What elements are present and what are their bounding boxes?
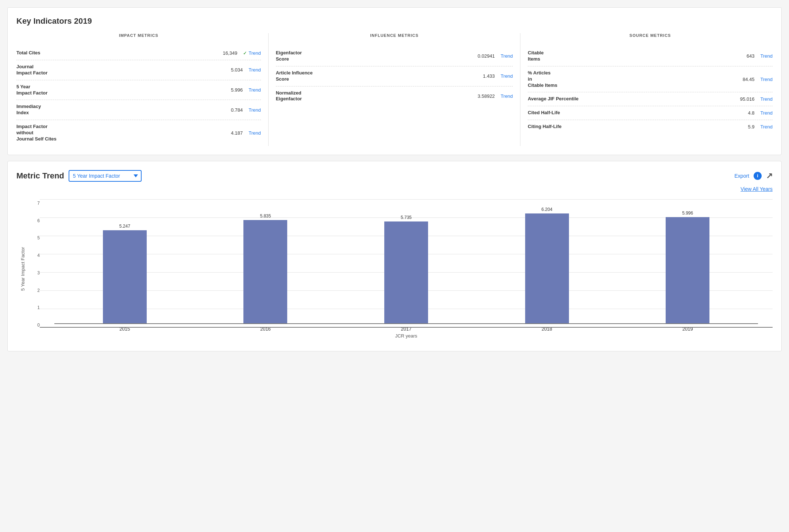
x-label-2015: 2015 [103,326,147,332]
metric-label-avg-jif-percentile: Average JIF Percentile [528,96,734,102]
y-tick-4: 4 [37,253,40,258]
metric-value-ifwjsc: 4.187 [231,130,243,136]
metric-trend-left: Metric Trend 5 Year Impact Factor Journa… [16,170,142,182]
metric-row-article-influence: Article InfluenceScore 1.433 Trend [276,66,513,86]
x-label-2016: 2016 [243,326,287,332]
x-axis-labels: 2015 2016 2017 2018 2019 [40,324,773,332]
bar-2019 [666,217,709,323]
metric-label-citing-half-life: Citing Half-Life [528,124,742,130]
metric-label-article-influence: Article InfluenceScore [276,70,477,82]
bar-value-2018: 6.204 [542,207,553,212]
y-tick-6: 6 [37,218,40,223]
metric-trend-card: Metric Trend 5 Year Impact Factor Journa… [7,161,782,351]
metric-value-pct-articles: 84.45 [743,77,755,82]
bar-group-2019: 5.996 [658,211,717,323]
source-metrics-header: SOURCE METRICS [528,33,773,41]
metric-label-total-cites: Total Cites [16,50,217,56]
trend-link-cited-half-life[interactable]: Trend [761,110,773,116]
metric-value-normalized-eigenfactor: 3.58922 [478,93,495,99]
influence-metrics-header: INFLUENCE METRICS [276,33,513,41]
metric-row-eigenfactor: EigenfactorScore 0.02941 Trend [276,46,513,66]
bar-value-2019: 5.996 [682,211,693,216]
metric-value-citing-half-life: 5.9 [748,124,754,130]
metric-value-avg-jif-percentile: 95.016 [740,96,755,102]
info-icon[interactable]: i [754,172,762,180]
metric-row-jif: JournalImpact Factor 5.034 Trend [16,60,261,80]
impact-metrics-rows: Total Cites 16,349 ✓Trend JournalImpact … [16,46,261,146]
trend-link-total-cites[interactable]: Trend [249,50,261,56]
impact-metrics-section: IMPACT METRICS Total Cites 16,349 ✓Trend… [16,33,269,146]
trend-link-ifwjsc[interactable]: Trend [249,130,261,136]
metric-row-pct-articles: % ArticlesinCitable Items 84.45 Trend [528,66,773,93]
bar-2017 [384,221,428,323]
metric-label-immediacy: ImmediacyIndex [16,104,225,116]
metric-trend-title: Metric Trend [16,171,64,181]
y-tick-2: 2 [37,288,40,293]
metric-row-citable-items: CitableItems 643 Trend [528,46,773,66]
chart-area: 5.247 5.835 5.735 6.204 [40,199,773,339]
trend-link-normalized-eigenfactor[interactable]: Trend [501,93,513,99]
influence-metrics-rows: EigenfactorScore 0.02941 Trend Article I… [276,46,513,106]
metric-trend-header: Metric Trend 5 Year Impact Factor Journa… [16,170,773,182]
metric-selector[interactable]: 5 Year Impact Factor Journal Impact Fact… [69,170,142,182]
y-tick-5: 5 [37,235,40,240]
view-all-years: View All Years [16,186,773,192]
metric-row-avg-jif-percentile: Average JIF Percentile 95.016 Trend [528,92,773,106]
bar-value-2017: 5.735 [401,215,412,220]
y-tick-3: 3 [37,270,40,275]
trend-link-citing-half-life[interactable]: Trend [761,124,773,130]
bar-value-2015: 5.247 [119,224,130,229]
bar-group-2017: 5.735 [377,215,435,323]
page-title: Key Indicators 2019 [16,16,773,26]
metric-value-article-influence: 1.433 [483,73,495,79]
metric-value-total-cites: 16,349 [223,50,237,56]
metric-row-ifwjsc: Impact FactorwithoutJournal Self Cites 4… [16,120,261,146]
metric-row-cited-half-life: Cited Half-Life 4.8 Trend [528,106,773,120]
metric-value-jif: 5.034 [231,67,243,73]
trend-link-immediacy[interactable]: Trend [249,107,261,113]
trend-link-eigenfactor[interactable]: Trend [501,53,513,59]
metric-value-immediacy: 0.784 [231,107,243,113]
x-label-2018: 2018 [525,326,569,332]
metric-label-normalized-eigenfactor: NormalizedEigenfactor [276,90,472,103]
export-button[interactable]: Export [735,173,749,179]
bar-2016 [243,220,287,323]
metrics-grid: IMPACT METRICS Total Cites 16,349 ✓Trend… [16,33,773,146]
metric-label-5yif: 5 YearImpact Factor [16,84,225,96]
y-tick-0: 0 [37,323,40,328]
chart-wrapper: 5 Year Impact Factor 0 1 2 3 4 5 6 7 [16,199,773,342]
impact-metrics-header: IMPACT METRICS [16,33,261,41]
metric-label-eigenfactor: EigenfactorScore [276,50,472,62]
metric-label-citable-items: CitableItems [528,50,740,62]
source-metrics-rows: CitableItems 643 Trend % ArticlesinCitab… [528,46,773,134]
y-ticks: 0 1 2 3 4 5 6 7 [31,199,40,339]
expand-icon[interactable]: ↗ [766,171,773,181]
metric-row-citing-half-life: Citing Half-Life 5.9 Trend [528,120,773,134]
metric-label-ifwjsc: Impact FactorwithoutJournal Self Cites [16,124,225,142]
key-indicators-card: Key Indicators 2019 IMPACT METRICS Total… [7,7,782,155]
metric-value-eigenfactor: 0.02941 [478,53,495,59]
bars-area: 5.247 5.835 5.735 6.204 [40,199,773,323]
bar-value-2016: 5.835 [260,213,271,219]
trend-link-5yif[interactable]: Trend [249,87,261,93]
metric-label-pct-articles: % ArticlesinCitable Items [528,70,737,89]
metric-label-cited-half-life: Cited Half-Life [528,110,742,116]
x-label-2017: 2017 [384,326,428,332]
x-axis-title: JCR years [40,333,773,339]
bar-group-2016: 5.835 [236,213,295,323]
trend-link-avg-jif-percentile[interactable]: Trend [761,96,773,102]
trend-link-article-influence[interactable]: Trend [501,73,513,79]
metric-value-cited-half-life: 4.8 [748,110,754,116]
check-icon: ✓ [243,50,247,56]
metric-row-normalized-eigenfactor: NormalizedEigenfactor 3.58922 Trend [276,86,513,106]
bar-group-2018: 6.204 [518,207,576,323]
bar-2015 [103,230,147,323]
trend-link-pct-articles[interactable]: Trend [761,77,773,82]
metric-row-immediacy: ImmediacyIndex 0.784 Trend [16,100,261,120]
source-metrics-section: SOURCE METRICS CitableItems 643 Trend % … [520,33,773,146]
trend-link-jif[interactable]: Trend [249,67,261,73]
bar-2018 [525,213,569,323]
trend-link-citable-items[interactable]: Trend [761,53,773,59]
view-all-years-link[interactable]: View All Years [740,186,773,192]
metric-trend-right: Export i ↗ [735,171,773,181]
